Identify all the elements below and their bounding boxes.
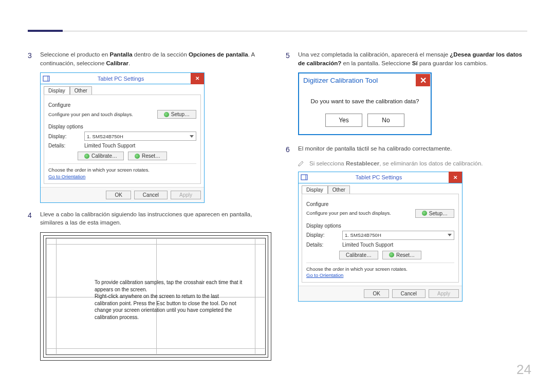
window-titlebar: Tablet PC Settings ✕ <box>299 172 462 183</box>
settings-panel: Configure Configure your pen and touch d… <box>302 194 459 283</box>
note: Si selecciona Restablecer, se eliminarán… <box>298 160 527 166</box>
calibration-screenshot: To provide calibration samples, tap the … <box>40 232 271 361</box>
apply-button[interactable]: Apply <box>429 289 459 298</box>
display-dropdown-value: 1. SMS24B750H <box>345 232 381 238</box>
shield-icon <box>84 154 89 159</box>
ok-button[interactable]: OK <box>106 191 131 199</box>
display-label: Display: <box>48 134 80 139</box>
close-button[interactable]: ✕ <box>416 74 430 86</box>
cancel-button[interactable]: Cancel <box>392 289 425 298</box>
step-text: Lleve a cabo la calibración siguiendo la… <box>40 210 269 227</box>
tablet-icon <box>301 173 309 181</box>
window-title: Tablet PC Settings <box>309 174 449 180</box>
dialog-title: Digitizer Calibration Tool <box>299 77 415 84</box>
rotate-text: Choose the order in which your screen ro… <box>306 266 454 272</box>
svg-rect-2 <box>301 175 307 180</box>
reset-button[interactable]: Reset… <box>382 251 421 259</box>
shield-icon <box>389 252 394 257</box>
save-calibration-dialog: Digitizer Calibration Tool ✕ Do you want… <box>298 72 432 135</box>
calibration-message: To provide calibration samples, tap the … <box>95 279 244 321</box>
configure-desc: Configure your pen and touch displays. <box>306 210 411 216</box>
calibrate-button[interactable]: Calibrate… <box>78 152 124 160</box>
orientation-link[interactable]: Go to Orientation <box>48 174 85 179</box>
chevron-down-icon <box>448 234 452 236</box>
step-text: El monitor de pantalla táctil se ha cali… <box>298 144 452 155</box>
details-label: Details: <box>48 143 80 148</box>
apply-button[interactable]: Apply <box>171 191 201 199</box>
step-number: 5 <box>286 50 293 67</box>
calibrate-button[interactable]: Calibrate… <box>339 251 378 259</box>
tab-other[interactable]: Other <box>328 185 350 194</box>
tab-display[interactable]: Display <box>302 185 328 194</box>
step-4: 4 Lleve a cabo la calibración siguiendo … <box>28 210 269 227</box>
tabs: Display Other <box>299 183 462 194</box>
yes-button[interactable]: Yes <box>325 114 362 127</box>
step-text: Una vez completada la calibración, apare… <box>298 50 527 67</box>
shield-icon <box>422 211 427 216</box>
close-button[interactable]: ✕ <box>191 73 204 84</box>
shield-icon <box>164 112 169 117</box>
setup-button[interactable]: Setup… <box>157 110 196 119</box>
configure-label: Configure <box>306 201 454 207</box>
display-label: Display: <box>306 232 338 238</box>
tablet-icon <box>43 74 51 83</box>
step-number: 3 <box>28 50 35 67</box>
window-footer: OK Cancel Apply <box>299 286 462 301</box>
dialog-buttons: Yes No <box>299 114 431 134</box>
window-title: Tablet PC Settings <box>51 76 191 82</box>
window-titlebar: Tablet PC Settings ✕ <box>41 73 204 84</box>
display-dropdown[interactable]: 1. SMS24B750H <box>342 231 454 240</box>
step-number: 6 <box>286 144 293 155</box>
note-text: Si selecciona Restablecer, se eliminarán… <box>309 160 483 166</box>
step-text: Seleccione el producto en Pantalla dentr… <box>40 50 269 67</box>
dialog-body: Do you want to save the calibration data… <box>299 87 431 114</box>
details-value: Limited Touch Support <box>342 242 393 248</box>
chevron-down-icon <box>190 135 194 138</box>
tabs: Display Other <box>41 84 204 95</box>
no-button[interactable]: No <box>367 114 404 127</box>
details-value: Limited Touch Support <box>84 143 135 148</box>
tab-other[interactable]: Other <box>70 86 92 95</box>
configure-label: Configure <box>48 102 196 108</box>
reset-button[interactable]: Reset… <box>128 152 167 160</box>
orientation-link[interactable]: Go to Orientation <box>306 272 343 278</box>
step-3: 3 Seleccione el producto en Pantalla den… <box>28 50 269 67</box>
configure-desc: Configure your pen and touch displays. <box>48 111 153 118</box>
settings-panel: Configure Configure your pen and touch d… <box>44 95 201 183</box>
cancel-button[interactable]: Cancel <box>134 191 168 199</box>
header-rule <box>63 31 527 31</box>
step-5: 5 Una vez completada la calibración, apa… <box>286 50 527 67</box>
window-footer: OK Cancel Apply <box>41 187 204 202</box>
details-label: Details: <box>306 242 338 248</box>
shield-icon <box>135 154 140 159</box>
close-button[interactable]: ✕ <box>449 172 462 183</box>
tab-display[interactable]: Display <box>44 86 70 95</box>
display-dropdown[interactable]: 1. SMS24B750H <box>84 132 196 141</box>
rotate-text: Choose the order in which your screen ro… <box>48 167 196 173</box>
pencil-icon <box>298 160 304 166</box>
dialog-titlebar: Digitizer Calibration Tool ✕ <box>299 73 431 87</box>
svg-rect-0 <box>43 76 49 81</box>
tablet-pc-settings-window-after: Tablet PC Settings ✕ Display Other Confi… <box>298 172 462 302</box>
tablet-pc-settings-window: Tablet PC Settings ✕ Display Other Confi… <box>40 72 205 202</box>
display-options-label: Display options <box>306 223 454 229</box>
setup-button[interactable]: Setup… <box>415 209 454 218</box>
header-accent <box>28 30 63 32</box>
page-number: 24 <box>516 362 531 378</box>
step-6: 6 El monitor de pantalla táctil se ha ca… <box>286 144 527 155</box>
display-dropdown-value: 1. SMS24B750H <box>87 134 123 139</box>
ok-button[interactable]: OK <box>364 289 388 298</box>
step-number: 4 <box>28 210 35 227</box>
display-options-label: Display options <box>48 124 196 129</box>
